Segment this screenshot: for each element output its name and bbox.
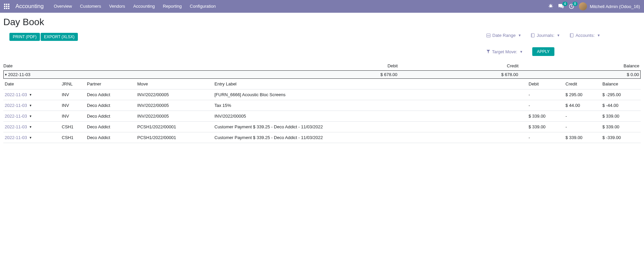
caret-down-icon: ▼ bbox=[519, 50, 523, 54]
apps-icon[interactable] bbox=[4, 4, 9, 9]
row-balance: $ -44.00 bbox=[602, 103, 639, 108]
svg-rect-5 bbox=[489, 36, 490, 36]
messages-badge: 4 bbox=[562, 2, 568, 6]
row-debit: - bbox=[529, 103, 565, 108]
page-title: Day Book bbox=[3, 13, 641, 33]
summary-data-row[interactable]: ▼ 2022-11-03 $ 678.00 $ 678.00 $ 0.00 bbox=[3, 71, 641, 79]
caret-down-icon: ▼ bbox=[518, 34, 521, 37]
page-content: Day Book PRINT (PDF) EXPORT (XLSX) Date … bbox=[0, 13, 644, 143]
row-balance: $ -339.00 bbox=[602, 135, 639, 140]
row-partner: Deco Addict bbox=[87, 135, 137, 140]
clock-icon[interactable]: 8 bbox=[569, 4, 574, 9]
book-icon bbox=[569, 33, 574, 38]
row-partner: Deco Addict bbox=[87, 92, 137, 97]
row-partner: Deco Addict bbox=[87, 103, 137, 108]
app-brand[interactable]: Accounting bbox=[15, 3, 44, 10]
nav-reporting[interactable]: Reporting bbox=[159, 0, 186, 13]
filters: Date Range ▼ Journals: ▼ Accounts: ▼ bbox=[486, 33, 641, 56]
row-move: INV/2022/00005 bbox=[137, 114, 214, 119]
nav-links: Overview Customers Vendors Accounting Re… bbox=[50, 0, 220, 13]
col-header-entry-label: Entry Label bbox=[214, 81, 529, 86]
nav-customers[interactable]: Customers bbox=[76, 0, 105, 13]
row-jrnl: CSH1 bbox=[62, 124, 87, 129]
row-entry-label: Tax 15% bbox=[214, 103, 529, 108]
row-move: PCSH1/2022/00001 bbox=[137, 124, 214, 129]
avatar bbox=[579, 2, 587, 10]
row-debit: - bbox=[529, 92, 565, 97]
row-entry-label: Customer Payment $ 339.25 - Deco Addict … bbox=[214, 135, 529, 140]
table-row: 2022-11-03 ▼INVDeco AddictINV/2022/00005… bbox=[3, 100, 641, 111]
row-debit: $ 339.00 bbox=[529, 114, 565, 119]
summary-header-row: Date Debit Credit Balance bbox=[3, 61, 641, 71]
row-debit: - bbox=[529, 135, 565, 140]
summary-date: 2022-11-03 bbox=[8, 72, 31, 77]
filter-date-range[interactable]: Date Range ▼ bbox=[486, 33, 521, 38]
col-header-jrnl: JRNL bbox=[62, 81, 87, 86]
row-entry-label: [FURN_6666] Acoustic Bloc Screens bbox=[214, 92, 529, 97]
caret-down-icon: ▼ bbox=[29, 136, 32, 139]
detail-header-row: Date JRNL Partner Move Entry Label Debit… bbox=[3, 79, 641, 89]
col-header-balance: Balance bbox=[602, 81, 639, 86]
caret-down-icon: ▼ bbox=[557, 34, 560, 37]
row-date-link[interactable]: 2022-11-03 ▼ bbox=[5, 124, 32, 129]
row-date-link[interactable]: 2022-11-03 ▼ bbox=[5, 92, 32, 97]
export-buttons: PRINT (PDF) EXPORT (XLSX) bbox=[3, 33, 78, 41]
row-credit: $ 44.00 bbox=[565, 103, 602, 108]
row-jrnl: INV bbox=[62, 92, 87, 97]
svg-rect-4 bbox=[488, 36, 489, 36]
navbar-right: 4 8 Mitchell Admin (Odoo_16) bbox=[548, 2, 640, 10]
col-header-date: Date bbox=[3, 63, 278, 68]
row-jrnl: INV bbox=[62, 103, 87, 108]
col-header-debit: Debit bbox=[529, 81, 565, 86]
book-icon bbox=[531, 33, 535, 38]
controls-row: PRINT (PDF) EXPORT (XLSX) Date Range ▼ J… bbox=[3, 33, 641, 61]
print-pdf-button[interactable]: PRINT (PDF) bbox=[9, 33, 40, 41]
caret-down-icon: ▼ bbox=[29, 115, 32, 118]
row-balance: $ 339.00 bbox=[602, 124, 639, 129]
summary-balance: $ 0.00 bbox=[519, 72, 640, 77]
row-date-link[interactable]: 2022-11-03 ▼ bbox=[5, 103, 32, 108]
filter-journals[interactable]: Journals: ▼ bbox=[531, 33, 560, 38]
export-xlsx-button[interactable]: EXPORT (XLSX) bbox=[41, 33, 78, 41]
table-row: 2022-11-03 ▼INVDeco AddictINV/2022/00005… bbox=[3, 89, 641, 100]
user-menu[interactable]: Mitchell Admin (Odoo_16) bbox=[579, 2, 640, 10]
nav-configuration[interactable]: Configuration bbox=[186, 0, 220, 13]
table-row: 2022-11-03 ▼CSH1Deco AddictPCSH1/2022/00… bbox=[3, 122, 641, 132]
row-move: INV/2022/00005 bbox=[137, 103, 214, 108]
caret-down-icon: ▼ bbox=[4, 73, 7, 76]
caret-down-icon: ▼ bbox=[29, 104, 32, 107]
calendar-icon bbox=[486, 33, 491, 38]
summary-credit: $ 678.00 bbox=[399, 72, 519, 77]
apply-button[interactable]: APPLY bbox=[532, 47, 554, 56]
row-jrnl: CSH1 bbox=[62, 135, 87, 140]
svg-rect-3 bbox=[487, 36, 488, 36]
row-date-link[interactable]: 2022-11-03 ▼ bbox=[5, 114, 32, 119]
col-header-credit: Credit bbox=[399, 63, 520, 68]
row-jrnl: INV bbox=[62, 114, 87, 119]
user-name-label: Mitchell Admin (Odoo_16) bbox=[590, 4, 640, 9]
caret-down-icon: ▼ bbox=[597, 34, 600, 37]
row-entry-label: INV/2022/00005 bbox=[214, 114, 529, 119]
top-navbar: Accounting Overview Customers Vendors Ac… bbox=[0, 0, 644, 13]
col-header-debit: Debit bbox=[278, 63, 399, 68]
col-header-partner: Partner bbox=[87, 81, 137, 86]
bug-icon[interactable] bbox=[548, 4, 553, 9]
filter-target-move[interactable]: Target Move: ▼ bbox=[486, 49, 523, 54]
row-move: INV/2022/00005 bbox=[137, 92, 214, 97]
row-balance: $ -295.00 bbox=[602, 92, 639, 97]
nav-overview[interactable]: Overview bbox=[50, 0, 76, 13]
row-date-link[interactable]: 2022-11-03 ▼ bbox=[5, 135, 32, 140]
row-debit: $ 339.00 bbox=[529, 124, 565, 129]
filter-accounts[interactable]: Accounts: ▼ bbox=[569, 33, 600, 38]
row-partner: Deco Addict bbox=[87, 114, 137, 119]
row-move: PCSH1/2022/00001 bbox=[137, 135, 214, 140]
nav-accounting[interactable]: Accounting bbox=[129, 0, 159, 13]
nav-vendors[interactable]: Vendors bbox=[105, 0, 129, 13]
row-credit: - bbox=[565, 124, 602, 129]
row-credit: - bbox=[565, 114, 602, 119]
row-credit: $ 339.00 bbox=[565, 135, 602, 140]
col-header-balance: Balance bbox=[520, 63, 641, 68]
col-header-move: Move bbox=[137, 81, 214, 86]
row-partner: Deco Addict bbox=[87, 124, 137, 129]
messages-icon[interactable]: 4 bbox=[558, 4, 564, 9]
